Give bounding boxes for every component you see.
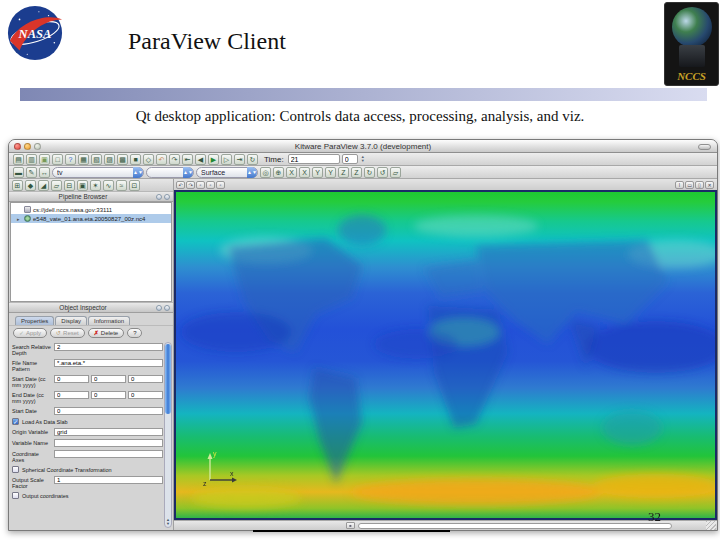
select-block-icon[interactable]: ■ [130, 154, 141, 165]
view-picture-icon[interactable]: ▫ [206, 181, 215, 189]
pipeline-browser-header[interactable]: Pipeline Browser [9, 191, 173, 202]
extract-subset-filter-icon[interactable]: ▣ [77, 180, 88, 191]
frame-index-spinbox[interactable] [342, 154, 358, 164]
representation-combo[interactable]: Surface ▲▼ [196, 167, 258, 178]
view-convert-icon[interactable]: I [675, 181, 684, 189]
undo-icon[interactable]: ↶ [156, 154, 167, 165]
parallel-projection-icon[interactable]: ▱ [390, 167, 401, 178]
window-titlebar[interactable]: Kitware ParaView 3.7.0 (development) [9, 140, 717, 153]
reset-camera-icon[interactable]: ◎ [260, 167, 271, 178]
input-end-date-cc-mm-yyyy[interactable] [91, 391, 126, 399]
input-start-date-cc-mm-yyyy[interactable] [128, 375, 163, 383]
input-coordinate-axes[interactable] [54, 450, 163, 458]
apply-button[interactable]: ✓Apply [13, 328, 47, 338]
scrollbar-arrows-icon[interactable]: ▲▼ [165, 518, 171, 526]
panel-close-button[interactable] [164, 305, 170, 311]
redo-icon[interactable]: ↷ [169, 154, 180, 165]
input-output-scale-factor[interactable] [54, 476, 163, 484]
view-lock-icon[interactable]: ▫ [196, 181, 205, 189]
expand-arrow-icon[interactable]: ▸ [17, 216, 22, 222]
open-data-icon[interactable]: ▤ [13, 154, 24, 165]
resize-grip-icon[interactable] [706, 521, 716, 530]
checkbox-output-coordinates[interactable] [12, 492, 19, 499]
interact-icon[interactable]: ◇ [143, 154, 154, 165]
vcr-play-icon[interactable]: ▶ [208, 154, 219, 165]
input-end-date-cc-mm-yyyy[interactable] [54, 391, 89, 399]
input-end-date-cc-mm-yyyy[interactable] [128, 391, 163, 399]
input-start-date-cc-mm-yyyy[interactable] [54, 375, 89, 383]
color-by-variable-combo[interactable]: tv ▲▼ [52, 167, 144, 178]
contour-filter-icon[interactable]: ◆ [25, 180, 36, 191]
stream-tracer-filter-icon[interactable]: ∿ [103, 180, 114, 191]
disconnect-server-icon[interactable]: □ [52, 154, 63, 165]
abort-progress-button[interactable]: ■ [346, 522, 355, 529]
time-value-input[interactable] [288, 154, 340, 164]
input-origin-variable[interactable] [54, 428, 163, 436]
rotate-90-cw-icon[interactable]: ↻ [364, 167, 375, 178]
frame-spinner-arrows-icon[interactable]: ▲▼ [361, 155, 365, 163]
eye-icon[interactable] [24, 215, 31, 222]
input-start-date[interactable] [54, 407, 163, 415]
threshold-filter-icon[interactable]: ⊟ [64, 180, 75, 191]
pipeline-item[interactable]: cs://jdell.nccs.nasa.gov:33111 [11, 205, 171, 214]
view-undo-camera-icon[interactable]: ↶ [176, 181, 185, 189]
toolbar-toggle-button[interactable] [698, 144, 711, 150]
scrollbar-thumb-icon[interactable] [165, 344, 171, 414]
select-points-through-icon[interactable]: ▩ [117, 154, 128, 165]
vcr-first-frame-icon[interactable]: ⇤ [182, 154, 193, 165]
rotate-90-ccw-icon[interactable]: ↺ [377, 167, 388, 178]
view-x-minus-icon[interactable]: X [299, 167, 310, 178]
view-z-plus-icon[interactable]: Z [338, 167, 349, 178]
split-horizontal-icon[interactable]: ▭ [685, 181, 694, 189]
close-view-icon[interactable]: ✕ [705, 181, 714, 189]
zoom-to-data-icon[interactable]: ⊕ [273, 167, 284, 178]
toggle-color-legend-icon[interactable]: ▬ [13, 167, 24, 178]
clip-filter-icon[interactable]: ◢ [38, 180, 49, 191]
slice-filter-icon[interactable]: ▱ [51, 180, 62, 191]
warp-vector-filter-icon[interactable]: ≈ [116, 180, 127, 191]
vcr-next-frame-icon[interactable]: ▷ [221, 154, 232, 165]
view-y-minus-icon[interactable]: Y [325, 167, 336, 178]
render-view-map[interactable]: y x z [174, 190, 717, 520]
delete-button[interactable]: ✗Delete [88, 328, 124, 338]
select-points-on-icon[interactable]: ▧ [91, 154, 102, 165]
checkbox-load-as-data-slab[interactable]: ✓ [12, 418, 19, 425]
panel-float-button[interactable] [156, 305, 162, 311]
tab-properties[interactable]: Properties [15, 316, 54, 325]
group-datasets-filter-icon[interactable]: ⊡ [129, 180, 140, 191]
help-button[interactable]: ? [127, 328, 142, 338]
help-icon[interactable]: ? [65, 154, 76, 165]
input-start-date-cc-mm-yyyy[interactable] [91, 375, 126, 383]
input-variable-name[interactable] [54, 439, 163, 447]
pipeline-item[interactable]: ▸e548_vate_01.ana.eta.20050827_00z.nc4 [11, 214, 171, 223]
panel-float-button[interactable] [156, 194, 162, 200]
calculator-filter-icon[interactable]: ⊞ [12, 180, 23, 191]
vcr-previous-frame-icon[interactable]: ◀ [195, 154, 206, 165]
checkbox-spherical-coordinate-transformation[interactable] [12, 466, 19, 473]
object-inspector-header[interactable]: Object Inspector [9, 302, 173, 313]
view-x-plus-icon[interactable]: X [286, 167, 297, 178]
input-file-name-pattern[interactable] [54, 359, 163, 367]
rescale-to-data-range-icon[interactable]: ↔ [39, 167, 50, 178]
form-scrollbar[interactable]: ▲▼ [164, 342, 172, 528]
reset-button[interactable]: ↺Reset [50, 328, 85, 338]
select-cells-on-icon[interactable]: ▦ [78, 154, 89, 165]
edit-color-map-icon[interactable]: ✎ [26, 167, 37, 178]
component-combo[interactable]: ▲▼ [146, 167, 194, 178]
view-redo-camera-icon[interactable]: ↷ [186, 181, 195, 189]
vcr-loop-icon[interactable]: ↻ [247, 154, 258, 165]
view-options-icon[interactable]: ▫ [216, 181, 225, 189]
connect-server-icon[interactable]: ▣ [39, 154, 50, 165]
tab-information[interactable]: Information [88, 316, 130, 325]
select-cells-through-icon[interactable]: ▨ [104, 154, 115, 165]
split-vertical-icon[interactable]: ▯ [695, 181, 704, 189]
tab-display[interactable]: Display [55, 316, 87, 325]
view-z-minus-icon[interactable]: Z [351, 167, 362, 178]
input-search-relative-depth[interactable] [54, 343, 163, 351]
save-data-icon[interactable]: ▥ [26, 154, 37, 165]
panel-close-button[interactable] [164, 194, 170, 200]
time-label: Time: [264, 155, 284, 164]
vcr-last-frame-icon[interactable]: ⇥ [234, 154, 245, 165]
glyph-filter-icon[interactable]: ✶ [90, 180, 101, 191]
view-y-plus-icon[interactable]: Y [312, 167, 323, 178]
